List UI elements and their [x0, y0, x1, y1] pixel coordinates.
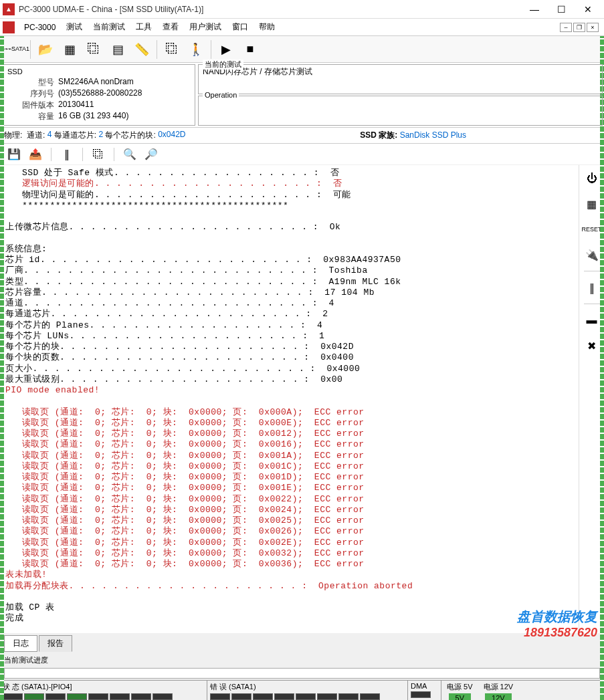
power-5v: 电源 5V 5V: [441, 681, 478, 700]
plug-icon[interactable]: 🔌: [583, 245, 601, 264]
led-DRQ: DRQ: [88, 693, 108, 700]
stack-button[interactable]: ⿻: [161, 38, 183, 61]
chan-value: 4: [47, 130, 52, 141]
menu-item[interactable]: 用户测试: [184, 19, 227, 35]
sata-port-button[interactable]: ⌁⌁⌁SATA1: [4, 38, 27, 61]
menu-item[interactable]: 窗口: [227, 19, 254, 35]
menubar: PC-3000 测试 当前测试 工具 查看 用户测试 窗口 帮助 – ❐ ×: [0, 19, 604, 36]
mdi-close-button[interactable]: ×: [587, 23, 599, 32]
export-button[interactable]: 📤: [27, 146, 44, 163]
open-button[interactable]: 📂: [34, 38, 57, 61]
menu-item[interactable]: 当前测试: [88, 19, 130, 35]
status-state-header: 状 态 (SATA1)-[PIO4]: [3, 682, 204, 692]
ssd-info-panel: SSD 型号SM2246AA nonDram 序列号(03)5526888-20…: [1, 64, 195, 126]
led-BSY: BSY: [3, 693, 23, 700]
model-label: 型号: [7, 77, 54, 88]
window-title: PC-3000 UDMA-E - China - [SM SSD Utility…: [19, 5, 521, 14]
led-CRR: CRR: [110, 693, 130, 700]
bpc-label: 每个芯片的块:: [105, 130, 155, 141]
cpc-label: 每通道芯片:: [54, 130, 96, 141]
board-icon[interactable]: ▦: [583, 195, 601, 213]
cpc-value: 2: [98, 130, 103, 141]
progress-label: 当前测试进度: [0, 654, 604, 667]
maximize-button[interactable]: ☐: [548, 0, 575, 19]
menu-item[interactable]: 帮助: [254, 19, 280, 35]
chip-icon[interactable]: ▬: [583, 311, 601, 330]
leds-state: BSYDRDDWFDSCDRQCRRIDXERR: [3, 693, 204, 700]
close-button[interactable]: ✕: [575, 0, 601, 19]
separator: [114, 148, 114, 161]
minimize-button[interactable]: —: [521, 0, 548, 19]
app-logo-icon: ▲: [3, 3, 15, 15]
log-tabs: 日志 报告: [0, 633, 604, 654]
status-bar: 状 态 (SATA1)-[PIO4] BSYDRDDWFDSCDRQCRRIDX…: [0, 680, 604, 700]
led-BBK: BBK: [210, 693, 230, 700]
pwr12-value: 12V: [485, 693, 512, 700]
phys-label: 物理:: [4, 130, 22, 141]
led-ERR: ERR: [153, 693, 173, 700]
current-test-label: 当前的测试: [203, 60, 243, 70]
play-button[interactable]: ▶: [215, 38, 237, 61]
log-output[interactable]: SSD 处于 Safe 模式. . . . . . . . . . . . . …: [0, 165, 579, 633]
save-log-button[interactable]: 💾: [5, 146, 23, 163]
info-row: SSD 型号SM2246AA nonDram 序列号(03)5526888-20…: [0, 63, 604, 128]
led-DSC: DSC: [67, 693, 87, 700]
status-dma-header: DMA: [411, 682, 438, 690]
titlebar: ▲ PC-3000 UDMA-E - China - [SM SSD Utili…: [0, 0, 604, 19]
exit-button[interactable]: 🚶: [185, 38, 207, 61]
family-label: SSD 家族:: [360, 130, 397, 140]
reset-icon[interactable]: RESET: [583, 220, 601, 239]
mdi-restore-button[interactable]: ❐: [573, 23, 585, 32]
copy-pages-button[interactable]: ⿻: [82, 38, 105, 61]
physical-bar: 物理: 通道: 4 每通道芯片: 2 每个芯片的块: 0x042D SSD 家族…: [0, 128, 604, 144]
serial-value: (03)5526888-20080228: [58, 88, 142, 100]
edge-right: [600, 36, 604, 700]
chip-button[interactable]: ▦: [58, 38, 81, 61]
app-logo-small-icon: [3, 21, 15, 33]
mdi-minimize-button[interactable]: –: [560, 23, 572, 32]
separator: [157, 40, 157, 59]
menu-app[interactable]: PC-3000: [19, 21, 61, 34]
pwr5-label: 电源 5V: [447, 682, 473, 692]
led-ABR: ABR: [317, 693, 337, 700]
fw-value: 20130411: [58, 100, 94, 111]
stop-button[interactable]: ■: [239, 38, 262, 61]
power-12v: 电源 12V 12V: [478, 681, 519, 700]
fw-label: 固件版本: [7, 100, 54, 111]
report-button[interactable]: ▤: [106, 38, 129, 61]
chan-label: 通道:: [27, 130, 45, 141]
menu-item[interactable]: 测试: [61, 19, 88, 35]
sub-toolbar: 💾 📤 ‖ ⿻ 🔍 🔎: [0, 144, 604, 165]
menu-item[interactable]: 工具: [130, 19, 157, 35]
cap-value: 16 GB (31 293 440): [58, 111, 128, 122]
find-next-button[interactable]: 🔎: [142, 146, 160, 163]
pause-button[interactable]: ‖: [58, 146, 76, 163]
led-IDX: IDX: [131, 693, 151, 700]
led-TON: TON: [338, 693, 359, 700]
status-err-header: 错 误 (SATA1): [210, 682, 405, 692]
separator: [30, 40, 31, 59]
model-value: SM2246AA nonDram: [58, 77, 134, 88]
main-area: SSD 处于 Safe 模式. . . . . . . . . . . . . …: [0, 165, 604, 633]
find-button[interactable]: 🔍: [121, 146, 138, 163]
tools-icon[interactable]: ✖: [583, 336, 601, 355]
tab-log[interactable]: 日志: [4, 635, 37, 652]
separator: [584, 271, 600, 271]
ruler-button[interactable]: 📏: [130, 38, 153, 61]
separator: [51, 148, 52, 161]
tab-report[interactable]: 报告: [39, 635, 72, 652]
led-DWF: DWF: [45, 693, 66, 700]
led-blank: [231, 693, 251, 700]
toolbar: ⌁⌁⌁SATA1 📂 ▦ ⿻ ▤ 📏 ⿻ 🚶 ▶ ■: [0, 36, 604, 63]
serial-label: 序列号: [7, 88, 54, 100]
operation-label: Operation: [203, 91, 239, 99]
progress-bar: [4, 668, 600, 679]
led-DRD: DRD: [24, 693, 44, 700]
led-blank: [253, 693, 273, 700]
power-icon[interactable]: ⏻: [583, 169, 601, 188]
copy-button[interactable]: ⿻: [90, 146, 107, 163]
menu-item[interactable]: 查看: [157, 19, 184, 35]
leds-err: BBKINFABRTONAMN: [210, 693, 405, 700]
pause-icon[interactable]: ‖: [583, 278, 601, 297]
leds-dma: RQ: [411, 691, 438, 700]
